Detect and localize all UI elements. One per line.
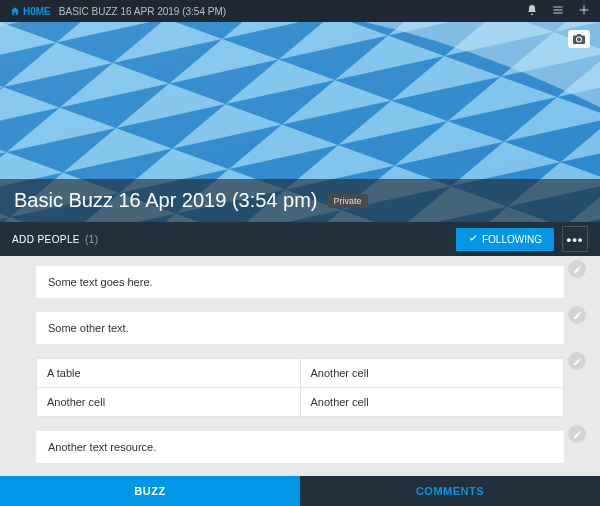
ellipsis-icon: ••• xyxy=(567,232,584,247)
action-row: ADD PEOPLE (1) FOLLOWING ••• xyxy=(0,222,600,256)
bottom-tabs: BUZZ COMMENTS xyxy=(0,476,600,506)
following-label: FOLLOWING xyxy=(482,234,542,245)
tab-comments[interactable]: COMMENTS xyxy=(300,476,600,506)
people-count: (1) xyxy=(85,234,98,245)
text-resource: Some text goes here. xyxy=(36,266,564,298)
home-link[interactable]: H0ME xyxy=(10,6,51,17)
menu-icon[interactable] xyxy=(552,4,564,19)
table-cell: Another cell xyxy=(37,388,301,417)
following-button[interactable]: FOLLOWING xyxy=(456,228,554,251)
edit-button[interactable] xyxy=(568,260,586,278)
table-cell: A table xyxy=(37,359,301,388)
resource-block: Some other text. xyxy=(36,312,564,344)
pencil-icon xyxy=(573,430,582,439)
resource-block: A tableAnother cell Another cellAnother … xyxy=(36,358,564,417)
check-icon xyxy=(468,234,478,244)
plus-icon[interactable] xyxy=(578,4,590,19)
edit-button[interactable] xyxy=(568,425,586,443)
text-resource: Some other text. xyxy=(36,312,564,344)
change-banner-button[interactable] xyxy=(568,30,590,48)
table-cell: Another cell xyxy=(300,388,564,417)
table-row: Another cellAnother cell xyxy=(37,388,564,417)
tab-buzz[interactable]: BUZZ xyxy=(0,476,300,506)
more-button[interactable]: ••• xyxy=(562,226,588,252)
content-area: Some text goes here. Some other text. A … xyxy=(0,256,600,485)
page-title: Basic Buzz 16 Apr 2019 (3:54 pm) xyxy=(14,189,318,212)
resource-block: Some text goes here. xyxy=(36,266,564,298)
hero-banner: Basic Buzz 16 Apr 2019 (3:54 pm) Private xyxy=(0,22,600,222)
add-people-label: ADD PEOPLE xyxy=(12,234,80,245)
table-row: A tableAnother cell xyxy=(37,359,564,388)
text-resource: Another text resource. xyxy=(36,431,564,463)
privacy-badge: Private xyxy=(328,194,368,208)
resource-block: Another text resource. xyxy=(36,431,564,463)
home-icon xyxy=(10,6,20,16)
add-people-button[interactable]: ADD PEOPLE (1) xyxy=(12,234,99,245)
pencil-icon xyxy=(573,357,582,366)
edit-button[interactable] xyxy=(568,352,586,370)
camera-icon xyxy=(573,34,585,44)
breadcrumb: BASIC BUZZ 16 APR 2019 (3:54 PM) xyxy=(59,6,226,17)
edit-button[interactable] xyxy=(568,306,586,324)
table-cell: Another cell xyxy=(300,359,564,388)
table-resource: A tableAnother cell Another cellAnother … xyxy=(36,358,564,417)
bell-icon[interactable] xyxy=(526,4,538,19)
pencil-icon xyxy=(573,265,582,274)
home-label: H0ME xyxy=(23,6,51,17)
top-nav: H0ME BASIC BUZZ 16 APR 2019 (3:54 PM) xyxy=(0,0,600,22)
title-bar: Basic Buzz 16 Apr 2019 (3:54 pm) Private xyxy=(0,179,600,222)
pencil-icon xyxy=(573,311,582,320)
